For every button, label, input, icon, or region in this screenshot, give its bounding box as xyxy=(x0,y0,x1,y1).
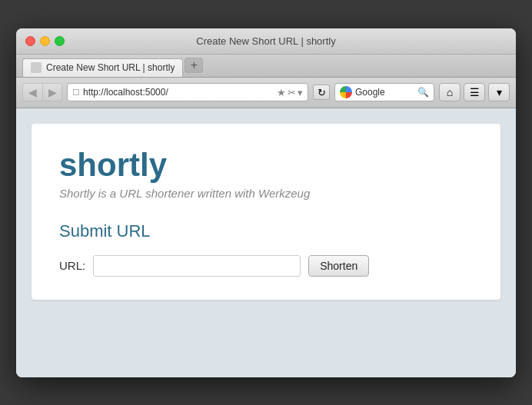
refresh-button[interactable]: ↻ xyxy=(313,85,330,100)
traffic-lights xyxy=(25,36,65,46)
home-button[interactable]: ⌂ xyxy=(439,83,461,101)
content-card: shortly Shortly is a URL shortener writt… xyxy=(32,124,500,300)
dropdown-icon[interactable]: ▾ xyxy=(298,87,303,98)
search-bar[interactable]: Google 🔍 xyxy=(334,83,434,101)
scissors-icon[interactable]: ✂ xyxy=(288,87,296,98)
bookmark-star-icon[interactable]: ★ xyxy=(277,87,286,98)
extensions-icon: ☰ xyxy=(470,86,480,98)
tab-bar: Create New Short URL | shortly + xyxy=(16,55,516,78)
section-title: Submit URL xyxy=(59,221,473,241)
url-form: URL: Shorten xyxy=(59,255,473,277)
forward-button[interactable]: ▶ xyxy=(42,83,62,101)
menu-button[interactable]: ▾ xyxy=(488,83,510,101)
home-icon: ⌂ xyxy=(447,86,453,98)
new-tab-button[interactable]: + xyxy=(185,58,203,73)
nav-buttons: ◀ ▶ xyxy=(22,83,62,101)
minimize-button[interactable] xyxy=(40,36,50,46)
active-tab[interactable]: Create New Short URL | shortly xyxy=(22,58,183,77)
app-subtitle: Shortly is a URL shortener written with … xyxy=(59,187,473,200)
page-icon: ☐ xyxy=(72,88,80,98)
shorten-button[interactable]: Shorten xyxy=(308,255,369,277)
menu-icon: ▾ xyxy=(497,86,502,98)
search-text: Google xyxy=(355,87,414,98)
forward-icon: ▶ xyxy=(48,86,57,98)
tab-label: Create New Short URL | shortly xyxy=(46,62,175,73)
title-bar: Create New Short URL | shortly xyxy=(16,28,516,55)
toolbar-right: ⌂ ☰ ▾ xyxy=(439,83,510,101)
back-button[interactable]: ◀ xyxy=(22,83,42,101)
toolbar: ◀ ▶ ☐ http://localhost:5000/ ★ ✂ ▾ ↻ Goo… xyxy=(16,78,516,108)
google-icon xyxy=(340,86,352,98)
extensions-button[interactable]: ☰ xyxy=(464,83,485,101)
close-button[interactable] xyxy=(25,36,35,46)
maximize-button[interactable] xyxy=(55,36,65,46)
address-text: http://localhost:5000/ xyxy=(83,87,274,98)
tab-favicon xyxy=(31,62,42,73)
window-title: Create New Short URL | shortly xyxy=(196,35,335,47)
address-actions: ★ ✂ ▾ xyxy=(277,87,303,98)
url-input[interactable] xyxy=(93,255,301,277)
page-content: shortly Shortly is a URL shortener writt… xyxy=(16,108,516,377)
address-bar[interactable]: ☐ http://localhost:5000/ ★ ✂ ▾ xyxy=(67,83,308,101)
back-icon: ◀ xyxy=(28,86,37,98)
browser-window: Create New Short URL | shortly Create Ne… xyxy=(16,28,516,377)
search-icon: 🔍 xyxy=(417,87,429,98)
app-title: shortly xyxy=(59,147,473,184)
url-label: URL: xyxy=(59,259,85,272)
refresh-icon: ↻ xyxy=(318,87,326,98)
